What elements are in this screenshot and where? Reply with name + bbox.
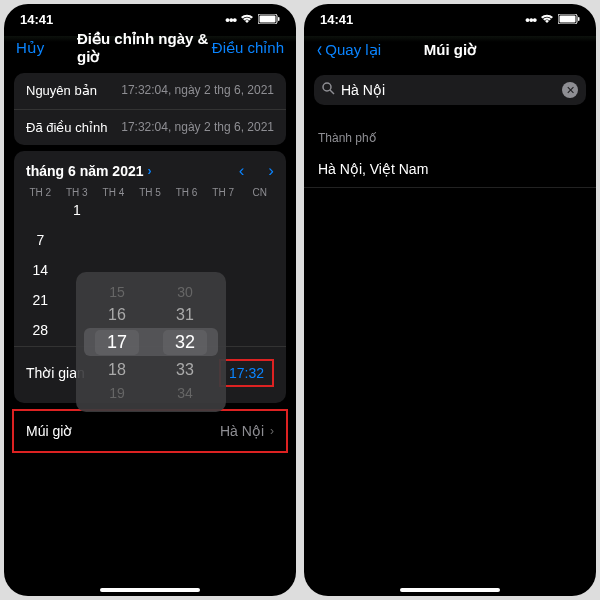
svg-line-7 bbox=[330, 90, 334, 94]
svg-point-6 bbox=[323, 83, 331, 91]
search-field[interactable]: Hà Nội ✕ bbox=[314, 75, 586, 105]
day[interactable]: 1 bbox=[59, 202, 96, 218]
back-label: Quay lại bbox=[325, 41, 381, 59]
phone-right: 14:41 ‹ Quay lại Múi giờ Hà Nội ✕ Thành bbox=[304, 4, 596, 596]
time-picker[interactable]: 15 16 17 18 19 30 31 32 33 34 bbox=[76, 272, 226, 412]
day[interactable]: 7 bbox=[22, 232, 59, 248]
battery-icon bbox=[558, 12, 580, 27]
dow: TH 7 bbox=[205, 187, 242, 198]
status-bar: 14:41 bbox=[304, 4, 596, 31]
adjusted-row: Đã điều chỉnh 17:32:04, ngày 2 thg 6, 20… bbox=[14, 109, 286, 146]
chevron-left-icon: ‹ bbox=[317, 39, 322, 61]
status-time: 14:41 bbox=[320, 12, 353, 27]
prev-month-button[interactable]: ‹ bbox=[239, 161, 245, 181]
timezone-row[interactable]: Múi giờ Hà Nội › bbox=[12, 409, 288, 453]
dow: TH 4 bbox=[95, 187, 132, 198]
svg-rect-5 bbox=[578, 17, 580, 21]
back-button[interactable]: ‹ Quay lại bbox=[316, 39, 381, 61]
nav-bar: ‹ Quay lại Múi giờ bbox=[304, 31, 596, 71]
cancel-button[interactable]: Hủy bbox=[16, 39, 44, 57]
wifi-icon bbox=[240, 12, 254, 27]
month-picker[interactable]: tháng 6 năm 2021 › bbox=[26, 163, 152, 179]
city-result[interactable]: Hà Nội, Việt Nam bbox=[304, 151, 596, 188]
chevron-right-icon: › bbox=[270, 424, 274, 438]
search-input[interactable]: Hà Nội bbox=[341, 82, 556, 98]
original-row: Nguyên bản 17:32:04, ngày 2 thg 6, 2021 bbox=[14, 73, 286, 109]
dow: TH 6 bbox=[168, 187, 205, 198]
svg-rect-2 bbox=[278, 17, 280, 21]
dow: TH 2 bbox=[22, 187, 59, 198]
hour-selected: 17 bbox=[95, 330, 139, 355]
status-bar: 14:41 bbox=[4, 4, 296, 31]
nav-title: Điều chỉnh ngày & giờ bbox=[77, 30, 223, 66]
home-indicator[interactable] bbox=[400, 588, 500, 592]
weekday-row: TH 2 TH 3 TH 4 TH 5 TH 6 TH 7 CN bbox=[14, 187, 286, 198]
nav-title: Múi giờ bbox=[424, 41, 476, 59]
dow: CN bbox=[241, 187, 278, 198]
nav-bar: Hủy Điều chỉnh ngày & giờ Điều chỉnh bbox=[4, 31, 296, 67]
day[interactable]: 28 bbox=[22, 322, 59, 338]
status-icons bbox=[525, 12, 580, 27]
original-value: 17:32:04, ngày 2 thg 6, 2021 bbox=[97, 83, 274, 99]
status-icons bbox=[225, 12, 280, 27]
adjusted-label: Đã điều chỉnh bbox=[26, 120, 107, 135]
minute-selected: 32 bbox=[163, 330, 207, 355]
signal-icon bbox=[525, 12, 536, 27]
status-time: 14:41 bbox=[20, 12, 53, 27]
clear-button[interactable]: ✕ bbox=[562, 82, 578, 98]
original-label: Nguyên bản bbox=[26, 83, 97, 98]
month-label-text: tháng 6 năm 2021 bbox=[26, 163, 144, 179]
dow: TH 5 bbox=[132, 187, 169, 198]
chevron-right-icon: › bbox=[148, 164, 152, 178]
info-card: Nguyên bản 17:32:04, ngày 2 thg 6, 2021 … bbox=[14, 73, 286, 145]
day[interactable]: 14 bbox=[22, 262, 59, 278]
timezone-value: Hà Nội bbox=[220, 423, 264, 439]
signal-icon bbox=[225, 12, 236, 27]
dow: TH 3 bbox=[59, 187, 96, 198]
home-indicator[interactable] bbox=[100, 588, 200, 592]
battery-icon bbox=[258, 12, 280, 27]
month-header: tháng 6 năm 2021 › ‹ › bbox=[14, 151, 286, 187]
svg-rect-1 bbox=[260, 16, 276, 23]
adjusted-value: 17:32:04, ngày 2 thg 6, 2021 bbox=[107, 120, 274, 136]
time-value-button[interactable]: 17:32 bbox=[219, 359, 274, 387]
phone-left: 14:41 Hủy Điều chỉnh ngày & giờ Điều chỉ… bbox=[4, 4, 296, 596]
section-header: Thành phố bbox=[304, 115, 596, 151]
day[interactable]: 21 bbox=[22, 292, 59, 308]
timezone-label: Múi giờ bbox=[26, 423, 72, 439]
wifi-icon bbox=[540, 12, 554, 27]
svg-rect-4 bbox=[560, 16, 576, 23]
search-icon bbox=[322, 82, 335, 98]
next-month-button[interactable]: › bbox=[268, 161, 274, 181]
hour-wheel[interactable]: 15 16 17 18 19 bbox=[95, 284, 139, 401]
minute-wheel[interactable]: 30 31 32 33 34 bbox=[163, 284, 207, 401]
